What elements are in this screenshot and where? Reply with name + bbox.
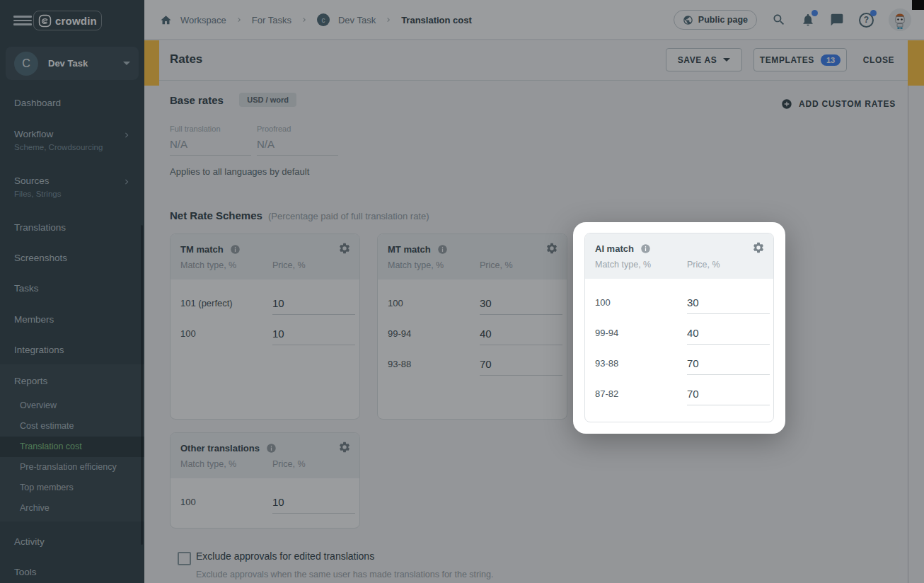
price-input[interactable]: 40: [687, 322, 770, 345]
rate-row: 93-88 70: [585, 350, 773, 380]
column-price: Price, %: [687, 260, 720, 270]
gold-accent-right: [908, 40, 924, 86]
ai-match-spotlight: AI match Match type, % Price, % 100 30 9…: [573, 222, 785, 434]
rate-row: 100 30: [585, 289, 773, 319]
match-type: 87-82: [595, 388, 618, 399]
card-title: AI match: [595, 243, 634, 254]
column-match-type: Match type, %: [595, 260, 687, 270]
cursor-artifact: [912, 0, 924, 10]
match-type: 93-88: [595, 358, 618, 369]
rate-row: 99-94 40: [585, 319, 773, 350]
modal-dim-overlay[interactable]: [0, 0, 924, 583]
rate-row: 87-82 70: [585, 380, 773, 410]
card-header: AI match Match type, % Price, %: [585, 233, 773, 279]
info-icon[interactable]: [640, 243, 651, 254]
match-type: 99-94: [595, 328, 618, 338]
price-input[interactable]: 70: [687, 352, 770, 375]
match-type: 100: [595, 297, 611, 308]
ai-match-card: AI match Match type, % Price, % 100 30 9…: [584, 233, 774, 422]
price-input[interactable]: 70: [687, 383, 770, 405]
gear-icon[interactable]: [752, 241, 765, 254]
gold-accent-left: [144, 40, 159, 86]
price-input[interactable]: 30: [687, 292, 770, 314]
